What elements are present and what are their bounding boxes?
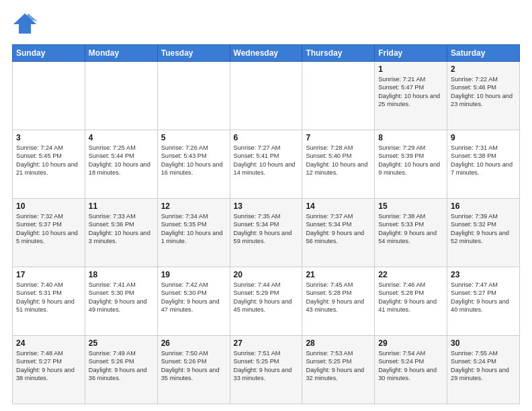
day-info: Sunrise: 7:34 AM Sunset: 5:35 PM Dayligh… bbox=[161, 212, 226, 246]
col-monday: Monday bbox=[85, 45, 157, 62]
day-info: Sunrise: 7:22 AM Sunset: 5:46 PM Dayligh… bbox=[451, 75, 516, 109]
day-number: 9 bbox=[451, 133, 516, 142]
day-info: Sunrise: 7:29 AM Sunset: 5:39 PM Dayligh… bbox=[378, 144, 443, 177]
day-info: Sunrise: 7:45 AM Sunset: 5:28 PM Dayligh… bbox=[306, 281, 371, 314]
calendar-cell: 14Sunrise: 7:37 AM Sunset: 5:34 PM Dayli… bbox=[302, 199, 375, 267]
day-info: Sunrise: 7:26 AM Sunset: 5:43 PM Dayligh… bbox=[161, 144, 226, 177]
day-number: 22 bbox=[378, 270, 443, 279]
calendar-cell: 22Sunrise: 7:46 AM Sunset: 5:28 PM Dayli… bbox=[375, 267, 447, 336]
calendar-cell: 25Sunrise: 7:49 AM Sunset: 5:26 PM Dayli… bbox=[85, 336, 157, 404]
calendar-week-row: 17Sunrise: 7:40 AM Sunset: 5:31 PM Dayli… bbox=[13, 267, 520, 336]
day-number: 29 bbox=[378, 338, 443, 348]
calendar-week-row: 10Sunrise: 7:32 AM Sunset: 5:37 PM Dayli… bbox=[13, 199, 520, 267]
day-number: 15 bbox=[378, 201, 443, 211]
calendar-week-row: 3Sunrise: 7:24 AM Sunset: 5:45 PM Daylig… bbox=[13, 130, 520, 199]
day-info: Sunrise: 7:38 AM Sunset: 5:33 PM Dayligh… bbox=[378, 212, 443, 246]
calendar-header: Sunday Monday Tuesday Wednesday Thursday… bbox=[13, 45, 520, 62]
col-friday: Friday bbox=[375, 45, 447, 62]
day-number: 28 bbox=[306, 338, 371, 348]
day-info: Sunrise: 7:44 AM Sunset: 5:29 PM Dayligh… bbox=[234, 281, 299, 314]
day-info: Sunrise: 7:37 AM Sunset: 5:34 PM Dayligh… bbox=[306, 212, 371, 246]
day-number: 21 bbox=[306, 270, 371, 279]
day-number: 5 bbox=[161, 133, 226, 142]
day-info: Sunrise: 7:39 AM Sunset: 5:32 PM Dayligh… bbox=[451, 212, 516, 246]
day-number: 3 bbox=[16, 133, 81, 142]
calendar-cell: 30Sunrise: 7:55 AM Sunset: 5:24 PM Dayli… bbox=[447, 336, 520, 404]
calendar-cell: 8Sunrise: 7:29 AM Sunset: 5:39 PM Daylig… bbox=[375, 130, 447, 199]
day-info: Sunrise: 7:53 AM Sunset: 5:25 PM Dayligh… bbox=[306, 349, 371, 383]
day-number: 24 bbox=[16, 338, 81, 348]
day-number: 7 bbox=[306, 133, 371, 142]
day-number: 26 bbox=[161, 338, 226, 348]
logo bbox=[12, 11, 40, 39]
calendar-cell bbox=[157, 62, 230, 130]
day-number: 12 bbox=[161, 201, 226, 211]
calendar-cell: 7Sunrise: 7:28 AM Sunset: 5:40 PM Daylig… bbox=[302, 130, 375, 199]
day-info: Sunrise: 7:50 AM Sunset: 5:26 PM Dayligh… bbox=[161, 349, 226, 383]
calendar-table: Sunday Monday Tuesday Wednesday Thursday… bbox=[12, 44, 520, 404]
day-info: Sunrise: 7:25 AM Sunset: 5:44 PM Dayligh… bbox=[89, 144, 154, 177]
calendar-cell: 18Sunrise: 7:41 AM Sunset: 5:30 PM Dayli… bbox=[85, 267, 157, 336]
calendar-cell: 15Sunrise: 7:38 AM Sunset: 5:33 PM Dayli… bbox=[375, 199, 447, 267]
day-info: Sunrise: 7:35 AM Sunset: 5:34 PM Dayligh… bbox=[234, 212, 299, 246]
day-number: 1 bbox=[378, 64, 443, 74]
calendar-cell: 19Sunrise: 7:42 AM Sunset: 5:30 PM Dayli… bbox=[157, 267, 230, 336]
calendar-cell: 4Sunrise: 7:25 AM Sunset: 5:44 PM Daylig… bbox=[85, 130, 157, 199]
day-number: 19 bbox=[161, 270, 226, 279]
day-info: Sunrise: 7:24 AM Sunset: 5:45 PM Dayligh… bbox=[16, 144, 81, 177]
calendar-cell bbox=[302, 62, 375, 130]
col-tuesday: Tuesday bbox=[157, 45, 230, 62]
calendar-cell: 5Sunrise: 7:26 AM Sunset: 5:43 PM Daylig… bbox=[157, 130, 230, 199]
day-info: Sunrise: 7:46 AM Sunset: 5:28 PM Dayligh… bbox=[378, 281, 443, 314]
calendar-cell: 16Sunrise: 7:39 AM Sunset: 5:32 PM Dayli… bbox=[447, 199, 520, 267]
header bbox=[12, 11, 520, 39]
day-info: Sunrise: 7:28 AM Sunset: 5:40 PM Dayligh… bbox=[306, 144, 371, 177]
calendar-cell: 21Sunrise: 7:45 AM Sunset: 5:28 PM Dayli… bbox=[302, 267, 375, 336]
calendar-cell: 11Sunrise: 7:33 AM Sunset: 5:36 PM Dayli… bbox=[85, 199, 157, 267]
svg-marker-0 bbox=[13, 13, 36, 34]
day-number: 10 bbox=[16, 201, 81, 211]
day-number: 16 bbox=[451, 201, 516, 211]
day-info: Sunrise: 7:49 AM Sunset: 5:26 PM Dayligh… bbox=[89, 349, 154, 383]
day-info: Sunrise: 7:27 AM Sunset: 5:41 PM Dayligh… bbox=[234, 144, 299, 177]
day-info: Sunrise: 7:54 AM Sunset: 5:24 PM Dayligh… bbox=[378, 349, 443, 383]
calendar-cell: 24Sunrise: 7:48 AM Sunset: 5:27 PM Dayli… bbox=[13, 336, 85, 404]
calendar-cell: 29Sunrise: 7:54 AM Sunset: 5:24 PM Dayli… bbox=[375, 336, 447, 404]
day-number: 20 bbox=[234, 270, 299, 279]
day-number: 2 bbox=[451, 64, 516, 74]
col-saturday: Saturday bbox=[447, 45, 520, 62]
day-info: Sunrise: 7:47 AM Sunset: 5:27 PM Dayligh… bbox=[451, 281, 516, 314]
logo-icon bbox=[12, 11, 38, 39]
day-info: Sunrise: 7:33 AM Sunset: 5:36 PM Dayligh… bbox=[89, 212, 154, 246]
col-sunday: Sunday bbox=[13, 45, 85, 62]
calendar-cell: 28Sunrise: 7:53 AM Sunset: 5:25 PM Dayli… bbox=[302, 336, 375, 404]
col-thursday: Thursday bbox=[302, 45, 375, 62]
day-number: 25 bbox=[89, 338, 154, 348]
day-number: 8 bbox=[378, 133, 443, 142]
calendar-cell bbox=[13, 62, 85, 130]
day-info: Sunrise: 7:21 AM Sunset: 5:47 PM Dayligh… bbox=[378, 75, 443, 109]
calendar-cell: 1Sunrise: 7:21 AM Sunset: 5:47 PM Daylig… bbox=[375, 62, 447, 130]
calendar-cell bbox=[85, 62, 157, 130]
col-wednesday: Wednesday bbox=[230, 45, 302, 62]
calendar-cell: 17Sunrise: 7:40 AM Sunset: 5:31 PM Dayli… bbox=[13, 267, 85, 336]
day-info: Sunrise: 7:32 AM Sunset: 5:37 PM Dayligh… bbox=[16, 212, 81, 246]
day-number: 6 bbox=[234, 133, 299, 142]
calendar-cell: 26Sunrise: 7:50 AM Sunset: 5:26 PM Dayli… bbox=[157, 336, 230, 404]
day-info: Sunrise: 7:31 AM Sunset: 5:38 PM Dayligh… bbox=[451, 144, 516, 177]
day-number: 30 bbox=[451, 338, 516, 348]
day-info: Sunrise: 7:55 AM Sunset: 5:24 PM Dayligh… bbox=[451, 349, 516, 383]
calendar-body: 1Sunrise: 7:21 AM Sunset: 5:47 PM Daylig… bbox=[13, 62, 520, 404]
day-info: Sunrise: 7:48 AM Sunset: 5:27 PM Dayligh… bbox=[16, 349, 81, 383]
calendar-cell: 10Sunrise: 7:32 AM Sunset: 5:37 PM Dayli… bbox=[13, 199, 85, 267]
calendar-week-row: 1Sunrise: 7:21 AM Sunset: 5:47 PM Daylig… bbox=[13, 62, 520, 130]
day-info: Sunrise: 7:51 AM Sunset: 5:25 PM Dayligh… bbox=[234, 349, 299, 383]
day-info: Sunrise: 7:42 AM Sunset: 5:30 PM Dayligh… bbox=[161, 281, 226, 314]
calendar-cell: 9Sunrise: 7:31 AM Sunset: 5:38 PM Daylig… bbox=[447, 130, 520, 199]
day-number: 18 bbox=[89, 270, 154, 279]
calendar-cell bbox=[230, 62, 302, 130]
calendar-cell: 23Sunrise: 7:47 AM Sunset: 5:27 PM Dayli… bbox=[447, 267, 520, 336]
calendar-week-row: 24Sunrise: 7:48 AM Sunset: 5:27 PM Dayli… bbox=[13, 336, 520, 404]
calendar-cell: 6Sunrise: 7:27 AM Sunset: 5:41 PM Daylig… bbox=[230, 130, 302, 199]
day-number: 17 bbox=[16, 270, 81, 279]
